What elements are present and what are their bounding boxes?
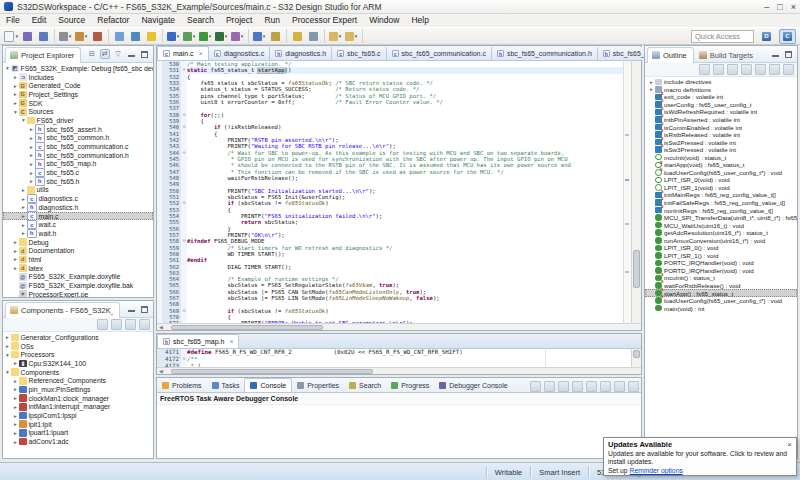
view-menu-icon[interactable] bbox=[139, 319, 150, 330]
pin-console-icon[interactable] bbox=[572, 381, 583, 392]
window-minimize-button[interactable]: – bbox=[764, 1, 769, 13]
menu-file[interactable]: File bbox=[0, 14, 26, 27]
tree-twistie-icon[interactable]: ▸ bbox=[12, 395, 19, 401]
filter-icon[interactable] bbox=[97, 319, 108, 330]
component-item-cpu-s32k144-100[interactable]: ▸▮Cpu:S32K144_100 bbox=[3, 359, 153, 368]
project-item-sbc-fs65-map-h[interactable]: ▸hsbc_fs65_map.h bbox=[3, 160, 153, 169]
scroll-lock-icon[interactable] bbox=[544, 381, 555, 392]
editor-tab-sbc-fs65-communication-c[interactable]: csbc_fs65_communication.c bbox=[387, 47, 492, 60]
maximize-view-icon[interactable] bbox=[783, 49, 793, 59]
overview-ruler[interactable] bbox=[623, 61, 631, 323]
search-button[interactable]: ▾ bbox=[252, 29, 266, 43]
tree-twistie-icon[interactable]: ▸ bbox=[28, 126, 35, 132]
component-item-lpuart1-lpuart[interactable]: ▸lpuart1:lpuart bbox=[3, 429, 153, 438]
tree-twistie-icon[interactable]: ▸ bbox=[12, 378, 19, 384]
project-item-sbc-fs65-c[interactable]: ▸csbc_fs65.c bbox=[3, 168, 153, 177]
project-item-utils[interactable]: ▸utils bbox=[3, 186, 153, 195]
maximize-view-icon[interactable] bbox=[139, 49, 149, 59]
new-button[interactable]: ▾ bbox=[4, 29, 18, 43]
debug-button[interactable]: ▾ bbox=[182, 29, 196, 43]
minimize-view-icon[interactable] bbox=[126, 49, 136, 59]
tree-twistie-icon[interactable]: ▾ bbox=[4, 369, 11, 375]
tree-twistie-icon[interactable]: ▾ bbox=[4, 352, 11, 358]
component-item-generator-configurations[interactable]: ▸Generator_Configurations bbox=[3, 333, 153, 342]
tree-twistie-icon[interactable]: ▸ bbox=[12, 100, 19, 106]
tree-twistie-icon[interactable]: ▸ bbox=[12, 360, 19, 366]
collapse-all-icon[interactable]: ⊟ bbox=[87, 49, 97, 59]
editor-tab-diagnostics-h[interactable]: hdiagnostics.h bbox=[270, 47, 332, 60]
outline-item-getadcresolution-uint16-t[interactable]: getAdcResolution(uint16_t*) : status_t bbox=[645, 229, 797, 237]
project-item-sources[interactable]: ▾CSources bbox=[3, 107, 153, 116]
outline-view-tab[interactable]: Outline bbox=[647, 47, 694, 64]
outline-item-issw3pressed[interactable]: sisSw3Pressed : volatile int bbox=[645, 146, 797, 154]
outline-item-lpit-isr-0-void[interactable]: LPIT_ISR_0(void) : void bbox=[645, 176, 797, 184]
build-targets-view-tab[interactable]: Build Targets bbox=[694, 47, 760, 64]
tree-twistie-icon[interactable]: ▸ bbox=[28, 152, 35, 158]
project-item-includes[interactable]: ▸⊐Includes bbox=[3, 73, 153, 82]
tree-twistie-icon[interactable]: ▸ bbox=[20, 222, 27, 228]
project-item-sbc-fs65-communication-h[interactable]: ▸hsbc_fs65_communication.h bbox=[3, 151, 153, 160]
outline-item-userconfig[interactable]: suserConfig : fs65_user_config_t bbox=[645, 101, 797, 109]
outline-item-portc-irqhandler-void[interactable]: PORTC_IRQHandler(void) : void bbox=[645, 259, 797, 267]
project-item-sbc-fs65-h[interactable]: ▸hsbc_fs65.h bbox=[3, 177, 153, 186]
project-item-diagnostics-c[interactable]: ▸cdiagnostics.c bbox=[3, 194, 153, 203]
tree-twistie-icon[interactable]: ▸ bbox=[20, 187, 27, 193]
tree-twistie-icon[interactable]: ▸ bbox=[20, 204, 27, 210]
panel-tab-progress[interactable]: Progress bbox=[386, 379, 434, 392]
code-editor[interactable]: 530/* Main testing application. */531⊖st… bbox=[157, 61, 623, 323]
display-console-icon[interactable] bbox=[586, 381, 597, 392]
map-line-4172[interactable]: 4172⊖/** bbox=[157, 356, 631, 363]
external-tools-button[interactable]: ▾ bbox=[230, 29, 244, 43]
outline-item-loaduserconfig-fs65-user-config-t[interactable]: sloadUserConfig(fs65_user_config_t*) : v… bbox=[645, 169, 797, 177]
outline-item-portd-irqhandler-void[interactable]: PORTD_IRQHandler(void) : void bbox=[645, 267, 797, 275]
link-with-editor-icon[interactable] bbox=[769, 64, 780, 75]
reminder-options-link[interactable]: Reminder options bbox=[630, 467, 683, 474]
map-line-4171[interactable]: 4171#define FS65_R_FS_WD_CNT_RFR_2 (0x02… bbox=[157, 349, 631, 356]
outline-item-mcuinit-void[interactable]: mcuInit(void) : status_t bbox=[645, 153, 797, 161]
outline-item-initfailsaferegs[interactable]: sinitFailSafeRegs : fs65_reg_config_valu… bbox=[645, 199, 797, 207]
component-item-lpspicom1-lpspi[interactable]: ▸lpspiCom1:lpspi bbox=[3, 411, 153, 420]
run-button[interactable]: ▾ bbox=[198, 29, 212, 43]
project-item-sbc-fs65-assert-h[interactable]: ▸hsbc_fs65_assert.h bbox=[3, 125, 153, 134]
tree-twistie-icon[interactable]: ▸ bbox=[12, 248, 19, 254]
panel-tab-debugger-console[interactable]: Debugger Console bbox=[434, 379, 512, 392]
tree-twistie-icon[interactable]: ▸ bbox=[4, 334, 11, 340]
menu-help[interactable]: Help bbox=[405, 14, 434, 27]
project-item-debug[interactable]: ▸Debug bbox=[3, 238, 153, 247]
hide-static-icon[interactable] bbox=[741, 64, 752, 75]
minimize-view-icon[interactable] bbox=[770, 49, 780, 59]
tree-twistie-icon[interactable]: ▸ bbox=[12, 430, 19, 436]
tree-twistie-icon[interactable]: ▸ bbox=[648, 79, 655, 85]
dropdown-arrow-icon[interactable]: ▾ bbox=[193, 33, 196, 39]
tree-twistie-icon[interactable]: ▸ bbox=[28, 161, 35, 167]
edit-button[interactable] bbox=[128, 29, 142, 43]
editor-tab-sbc-fs65-c[interactable]: csbc_fs65.c bbox=[332, 47, 386, 60]
tree-twistie-icon[interactable]: ▸ bbox=[648, 86, 655, 92]
component-item-clockman1-clock-manager[interactable]: ▸clockMan1:clock_manager bbox=[3, 394, 153, 403]
tree-twistie-icon[interactable]: ▾ bbox=[4, 65, 11, 71]
dropdown-arrow-icon[interactable]: ▾ bbox=[209, 33, 212, 39]
tree-twistie-icon[interactable]: ▸ bbox=[20, 196, 27, 202]
package-icon[interactable] bbox=[125, 319, 136, 330]
outline-item-startapp[interactable]: sstartApp() : fs65_status_t bbox=[645, 289, 797, 297]
component-item-components[interactable]: ▾Components bbox=[3, 368, 153, 377]
menu-search[interactable]: Search bbox=[181, 14, 220, 27]
tree-twistie-icon[interactable]: ▸ bbox=[12, 256, 19, 262]
menu-processor-expert[interactable]: Processor Expert bbox=[286, 14, 363, 27]
menu-edit[interactable]: Edit bbox=[26, 14, 53, 27]
tree-twistie-icon[interactable]: ▸ bbox=[12, 265, 19, 271]
editor-vertical-scrollbar[interactable] bbox=[631, 61, 641, 323]
build-config-button[interactable]: ▾ bbox=[74, 29, 88, 43]
sort-icon[interactable] bbox=[713, 64, 724, 75]
components-view-tab[interactable]: Components - FS65_S32K_Example bbox=[5, 302, 120, 319]
outline-item-exit-code[interactable]: sexit_code : volatile int bbox=[645, 93, 797, 101]
notification-close-icon[interactable]: × bbox=[787, 440, 792, 449]
maximize-view-icon[interactable] bbox=[139, 304, 149, 314]
panel-tab-problems[interactable]: Problems bbox=[157, 379, 207, 392]
menu-run[interactable]: Run bbox=[258, 14, 286, 27]
project-item-sbc-fs65-common-h[interactable]: ▸hsbc_fs65_common.h bbox=[3, 134, 153, 143]
maximize-icon[interactable] bbox=[628, 381, 639, 392]
menu-window[interactable]: Window bbox=[363, 14, 405, 27]
project-item-generated-code[interactable]: ▸GGenerated_Code bbox=[3, 81, 153, 90]
outline-item-iscommenabled[interactable]: sisCommEnabled : volatile int bbox=[645, 123, 797, 131]
